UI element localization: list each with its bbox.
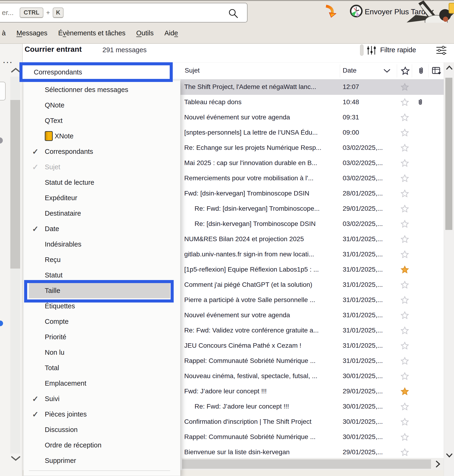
star-icon[interactable] (400, 417, 409, 426)
column-header-subject[interactable]: Sujet (185, 67, 200, 74)
star-icon[interactable] (400, 341, 409, 350)
column-menu-item[interactable]: QText (29, 113, 170, 128)
column-menu-item[interactable]: XNote (29, 128, 170, 144)
scrollbar-thumb[interactable] (445, 78, 452, 230)
quick-filter-pill-icon[interactable] (360, 44, 363, 56)
quick-filter-button[interactable]: Filtre rapide (380, 46, 416, 54)
star-icon[interactable] (400, 311, 409, 320)
column-menu-item[interactable]: Destinataire (29, 205, 170, 221)
cut-off-button[interactable] (0, 82, 6, 100)
star-icon[interactable] (400, 372, 409, 381)
star-icon[interactable] (400, 128, 409, 137)
column-menu-item[interactable]: Priorité (29, 329, 170, 345)
folder-pane-scrollbar[interactable] (10, 77, 20, 454)
scroll-up-icon[interactable] (446, 65, 453, 71)
message-row[interactable]: Comment j'ai piégé ChatGPT (et la soluti… (181, 278, 444, 293)
star-icon[interactable] (400, 113, 409, 122)
column-header-date[interactable]: Date (343, 67, 356, 74)
column-menu-item[interactable]: Supprimer (29, 453, 170, 468)
star-icon[interactable] (400, 220, 409, 228)
column-menu-item[interactable]: ✓Suivi (29, 391, 170, 406)
message-row[interactable]: Fwd: [dsin-kervegan] Trombinoscope DSIN2… (181, 186, 444, 201)
scrollbar-thumb[interactable] (10, 100, 20, 269)
star-icon[interactable] (400, 448, 409, 457)
menubar-item[interactable]: à (2, 29, 6, 37)
star-icon[interactable] (400, 402, 409, 411)
message-row[interactable]: NUM&RES Bilan 2024 et projection 202531/… (181, 232, 444, 247)
message-row[interactable]: JEU Concours Cinéma Pathé x Cezam !31/01… (181, 338, 444, 353)
star-icon[interactable] (400, 387, 409, 396)
column-menu-item[interactable]: Emplacement (29, 376, 170, 391)
scrollbar-thumb[interactable] (182, 459, 431, 469)
vertical-scrollbar[interactable] (444, 62, 454, 476)
column-menu-item[interactable]: ✓Pièces jointes (29, 406, 170, 422)
scroll-down-icon[interactable] (10, 455, 21, 462)
column-menu-item[interactable]: ✓Date (29, 221, 170, 236)
message-row[interactable]: Re: Echange sur les projets Numérique Re… (181, 140, 444, 156)
message-row[interactable]: Confirmation d'inscription | The Shift P… (181, 414, 444, 430)
message-row[interactable]: Fwd: J’adore leur concept !!!29/01/2025,… (181, 384, 444, 399)
column-menu-item[interactable]: Discussion (29, 422, 170, 437)
column-menu-item[interactable]: Expéditeur (29, 190, 170, 205)
star-icon[interactable] (400, 205, 409, 213)
message-row[interactable]: Re: Fwd: Validez votre conférence gratui… (181, 323, 444, 338)
search-icon[interactable] (228, 8, 239, 20)
column-menu-item[interactable]: Indésirables (29, 236, 170, 252)
column-menu-item[interactable]: Compte (29, 314, 170, 329)
column-picker-icon[interactable] (431, 66, 442, 77)
column-header-correspondants[interactable]: Correspondants (23, 68, 82, 76)
star-icon[interactable] (400, 326, 409, 335)
star-icon[interactable] (400, 174, 409, 183)
column-menu-item[interactable]: QNote (29, 97, 170, 113)
message-row[interactable]: Rappel: Communauté Sobriété Numérique ..… (181, 353, 444, 369)
menubar-item[interactable]: Évènements et tâches (58, 29, 125, 37)
message-row[interactable]: Pierre a participé à votre Salle personn… (181, 293, 444, 308)
message-row[interactable]: Bienvenue sur la liste dsin-kervegan29/0… (181, 445, 444, 458)
star-icon[interactable] (400, 189, 409, 198)
message-row[interactable]: Mai 2025 : cap sur l'innovation durable … (181, 156, 444, 171)
send-later-clock-icon[interactable] (349, 4, 363, 19)
message-row[interactable]: Nouvel événement sur votre agenda31/01/2… (181, 308, 444, 323)
message-row[interactable]: Nouvel événement sur votre agenda09:31 (181, 110, 444, 125)
sticky-note-icon[interactable] (449, 3, 454, 14)
menubar-item[interactable]: Aide (164, 29, 178, 37)
quick-filter-sliders-icon[interactable] (366, 45, 377, 56)
column-menu-item[interactable]: Statut de lecture (29, 175, 170, 190)
horizontal-scrollbar[interactable] (182, 458, 444, 470)
column-menu-item[interactable]: Ordre de réception (29, 437, 170, 453)
message-list-display-options-icon[interactable] (435, 45, 447, 56)
menubar-item[interactable]: Messages (16, 29, 47, 37)
scroll-down-icon[interactable] (446, 453, 453, 459)
star-icon[interactable] (400, 280, 409, 289)
column-menu-item[interactable]: Sélectionner des messages (29, 82, 170, 97)
message-row[interactable]: gitlab.univ-nantes.fr sign-in from new l… (181, 247, 444, 262)
message-row[interactable]: Tableau récap dons10:48 (181, 95, 444, 110)
star-icon[interactable] (400, 83, 409, 92)
column-menu-item[interactable]: ✓Correspondants (29, 144, 170, 159)
column-menu-item[interactable]: Reçu (29, 252, 170, 267)
message-row[interactable]: Re: Fwd: J’adore leur concept !!!30/01/2… (181, 399, 444, 414)
menubar-item[interactable]: Outils (136, 29, 153, 37)
message-row[interactable]: Re: Fwd: [dsin-kervegan] Trombinoscope..… (181, 201, 444, 217)
sort-chevron-down-icon[interactable] (383, 69, 391, 74)
message-row[interactable]: [snptes-personnels] La lettre de l’UNSA … (181, 125, 444, 140)
message-row[interactable]: The Shift Project, l'Ademe et négaWatt l… (181, 80, 444, 95)
message-row[interactable]: Rappel: Communauté Sobriété Numérique ..… (181, 430, 444, 445)
global-search-input[interactable]: er... CTRL + K (0, 3, 248, 22)
star-icon[interactable] (400, 433, 409, 442)
more-options-dots[interactable]: ... (3, 55, 13, 65)
column-header-star-icon[interactable] (401, 66, 410, 77)
star-icon[interactable] (400, 159, 409, 168)
scroll-right-icon[interactable] (435, 460, 441, 469)
star-icon[interactable] (400, 265, 409, 274)
message-row[interactable]: [1p5-reflexion] Equipe Réflexion Labos1p… (181, 262, 444, 278)
star-icon[interactable] (400, 144, 409, 153)
message-row[interactable]: Nouveau cinéma, festival, spectacle, fut… (181, 369, 444, 384)
star-icon[interactable] (400, 357, 409, 366)
star-icon[interactable] (400, 235, 409, 244)
column-menu-item[interactable]: Total (29, 360, 170, 376)
star-icon[interactable] (400, 296, 409, 305)
star-icon[interactable] (400, 250, 409, 259)
star-icon[interactable] (400, 98, 409, 107)
column-menu-item[interactable]: Non lu (29, 345, 170, 360)
